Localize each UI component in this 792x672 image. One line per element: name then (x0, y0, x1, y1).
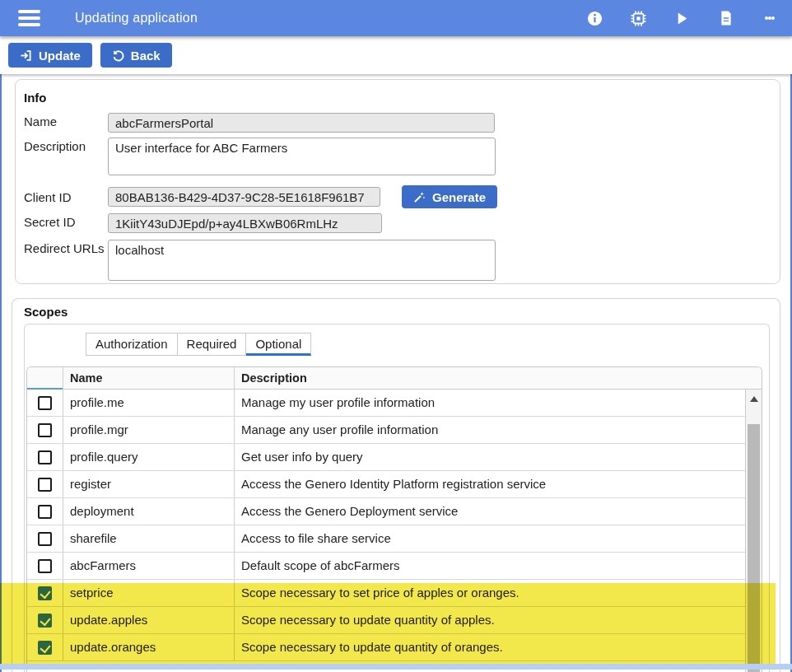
scope-description: Manage my user profile information (234, 390, 745, 416)
generate-button[interactable]: Generate (402, 185, 497, 208)
name-field[interactable] (108, 113, 495, 133)
scope-row[interactable]: update.apples Scope necessary to update … (27, 607, 745, 634)
scope-description: Manage any user profile information (234, 417, 745, 443)
column-header-description[interactable]: Description (234, 367, 745, 389)
scope-row[interactable]: sharefile Access to file share service (27, 525, 745, 553)
name-label: Name (24, 113, 108, 128)
titlebar-actions (587, 11, 777, 26)
scope-checkbox[interactable] (38, 423, 52, 437)
tab-authorization[interactable]: Authorization (86, 333, 178, 356)
scope-checkbox[interactable] (38, 641, 52, 655)
table-body: profile.me Manage my user profile inform… (27, 390, 745, 661)
scopes-heading: Scopes (24, 306, 770, 319)
scope-name: profile.mgr (63, 417, 234, 443)
scope-name: update.apples (63, 607, 234, 633)
scope-name: sharefile (63, 525, 234, 552)
secret-id-field[interactable] (108, 213, 382, 233)
up-arrow-icon (750, 396, 758, 402)
scope-checkbox[interactable] (38, 478, 52, 492)
scope-checkbox[interactable] (38, 505, 52, 519)
scope-name: profile.query (63, 444, 234, 470)
column-header-select[interactable] (27, 367, 63, 389)
scope-description: Scope necessary to set price of apples o… (234, 580, 745, 606)
titlebar: Updating application (0, 0, 792, 36)
scope-checkbox[interactable] (38, 532, 52, 546)
back-button[interactable]: Back (100, 43, 172, 68)
update-button[interactable]: Update (8, 43, 92, 68)
scope-checkbox[interactable] (38, 559, 52, 573)
tab-label: Optional (255, 337, 301, 351)
sign-in-icon (20, 49, 32, 62)
menu-icon[interactable] (18, 7, 40, 30)
info-heading: Info (24, 91, 780, 105)
column-header-name[interactable]: Name (63, 367, 234, 389)
scope-description: Default scope of abcFarmers (234, 553, 745, 579)
tab-required[interactable]: Required (178, 333, 247, 356)
scope-name: profile.me (63, 390, 234, 416)
table-scrollbar[interactable] (745, 390, 762, 672)
scrollbar-thumb[interactable] (748, 424, 760, 672)
scope-row[interactable]: deployment Access the Genero Deployment … (27, 498, 745, 525)
client-id-label: Client ID (24, 190, 108, 204)
more-options-icon[interactable] (762, 11, 777, 26)
page-title: Updating application (75, 11, 198, 26)
scope-description: Access the Genero Deployment service (234, 498, 745, 525)
tab-optional[interactable]: Optional (246, 333, 311, 356)
scope-name: deployment (63, 498, 234, 525)
tab-label: Authorization (96, 337, 168, 351)
scope-name: abcFarmers (63, 553, 234, 579)
scope-description: Scope necessary to update quantity of or… (234, 634, 745, 660)
info-group: Info Name Description User interface for… (15, 79, 780, 284)
scope-row[interactable]: profile.mgr Manage any user profile info… (27, 417, 745, 444)
window-bottom-edge (0, 664, 792, 670)
scope-row[interactable]: setprice Scope necessary to set price of… (27, 580, 745, 607)
scope-row[interactable]: profile.me Manage my user profile inform… (27, 390, 745, 417)
scope-name: update.oranges (63, 634, 234, 660)
table-header-row: Name Description (27, 367, 762, 390)
chip-icon[interactable] (631, 11, 646, 26)
redirect-urls-label: Redirect URLs (24, 240, 108, 255)
run-icon[interactable] (674, 11, 690, 26)
scope-checkbox[interactable] (38, 614, 52, 628)
tab-label: Required (187, 337, 237, 351)
secret-id-label: Secret ID (24, 213, 108, 229)
action-toolbar: Update Back (0, 36, 792, 74)
scope-description: Access the Genero Identity Platform regi… (234, 471, 745, 497)
scope-name: setprice (63, 580, 234, 606)
scope-name: register (63, 471, 234, 497)
scopes-tabs-panel: AuthorizationRequiredOptional Name Descr… (24, 324, 770, 672)
document-icon[interactable] (718, 11, 734, 26)
scope-row[interactable]: profile.query Get user info by query (27, 444, 745, 471)
magic-wand-icon (413, 191, 426, 203)
description-field[interactable]: User interface for ABC Farmers (108, 138, 496, 175)
scope-checkbox[interactable] (38, 450, 52, 464)
scope-description: Access to file share service (234, 525, 745, 552)
scopes-table: Name Description profile.me Manage my us… (26, 366, 762, 672)
form-area: Info Name Description User interface for… (0, 74, 792, 672)
scope-row[interactable]: abcFarmers Default scope of abcFarmers (27, 553, 745, 580)
scope-row[interactable]: register Access the Genero Identity Plat… (27, 471, 745, 498)
tab-strip: AuthorizationRequiredOptional (25, 333, 769, 356)
client-id-field[interactable] (108, 187, 380, 207)
info-icon[interactable] (587, 11, 603, 26)
scope-description: Scope necessary to update quantity of ap… (234, 607, 745, 633)
scroll-up-button[interactable] (746, 390, 762, 408)
scope-checkbox[interactable] (38, 396, 52, 410)
description-label: Description (24, 138, 108, 153)
scopes-group: Scopes AuthorizationRequiredOptional Nam… (12, 298, 780, 672)
undo-arrow-icon (112, 49, 124, 62)
scope-row[interactable]: update.oranges Scope necessary to update… (27, 634, 745, 661)
scope-description: Get user info by query (234, 444, 745, 470)
redirect-urls-field[interactable]: localhost (108, 240, 496, 281)
scope-checkbox[interactable] (38, 586, 52, 600)
